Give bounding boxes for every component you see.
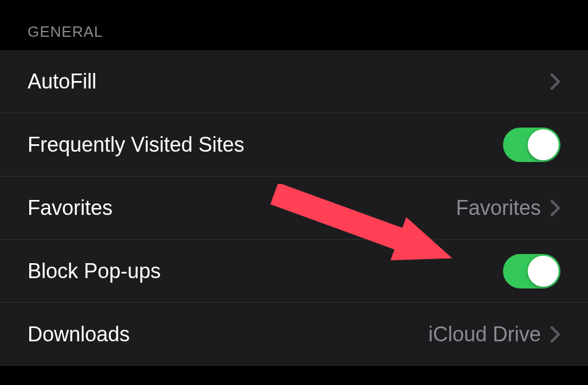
row-value-downloads: iCloud Drive [428,322,541,346]
row-frequently-visited[interactable]: Frequently Visited Sites [0,113,588,176]
settings-list: AutoFill Frequently Visited Sites Favori… [0,50,588,366]
row-label-downloads: Downloads [28,322,130,346]
toggle-frequently-visited[interactable] [503,128,560,162]
row-value-favorites: Favorites [456,196,541,220]
chevron-right-icon [550,73,560,90]
row-right: Favorites [456,196,560,220]
row-label-block-popups: Block Pop-ups [28,259,161,283]
row-downloads[interactable]: Downloads iCloud Drive [0,303,588,366]
row-right: iCloud Drive [428,322,560,346]
section-header-general: GENERAL [0,0,588,50]
row-label-frequently-visited: Frequently Visited Sites [28,133,245,157]
toggle-knob [528,129,559,160]
row-right [503,128,560,162]
row-right [503,254,560,288]
chevron-right-icon [550,199,560,217]
chevron-right-icon [550,326,560,343]
row-right [550,73,560,90]
row-label-autofill: AutoFill [28,70,96,94]
row-label-favorites: Favorites [28,196,113,220]
row-autofill[interactable]: AutoFill [0,50,588,113]
toggle-block-popups[interactable] [503,254,560,288]
row-favorites[interactable]: Favorites Favorites [0,176,588,240]
toggle-knob [528,256,559,287]
row-block-popups[interactable]: Block Pop-ups [0,240,588,303]
